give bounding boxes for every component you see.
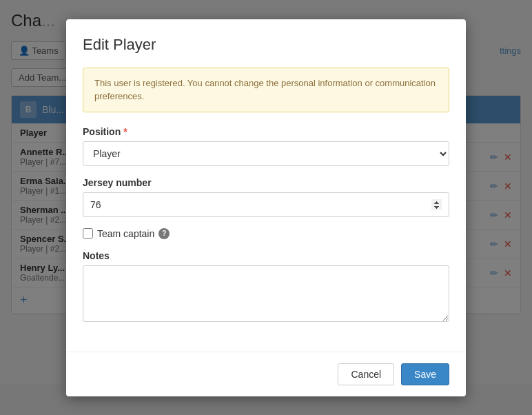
team-captain-label[interactable]: Team captain <box>97 228 154 239</box>
jersey-label: Jersey number <box>83 177 449 188</box>
required-star: * <box>123 126 127 137</box>
team-captain-checkbox[interactable] <box>83 228 93 239</box>
position-label: Position * <box>83 126 449 137</box>
notes-label: Notes <box>83 250 449 261</box>
help-icon[interactable]: ? <box>158 228 170 239</box>
modal-title: Edit Player <box>83 36 449 54</box>
cancel-button[interactable]: Cancel <box>338 363 394 385</box>
jersey-field-group: Jersey number <box>83 177 449 217</box>
modal-overlay: Edit Player This user is registered. You… <box>0 0 532 415</box>
modal-body: Edit Player This user is registered. You… <box>66 19 466 352</box>
position-select[interactable]: Player Goaltender Forward Defense <box>83 141 449 166</box>
save-button[interactable]: Save <box>401 363 449 385</box>
notes-field-group: Notes <box>83 250 449 324</box>
modal-footer: Cancel Save <box>66 352 466 396</box>
jersey-number-input[interactable] <box>83 192 449 217</box>
position-field-group: Position * Player Goaltender Forward Def… <box>83 126 449 166</box>
team-captain-group: Team captain ? <box>83 228 449 239</box>
notes-textarea[interactable] <box>83 265 449 322</box>
edit-player-modal: Edit Player This user is registered. You… <box>66 19 466 396</box>
registered-user-alert: This user is registered. You cannot chan… <box>83 68 449 112</box>
